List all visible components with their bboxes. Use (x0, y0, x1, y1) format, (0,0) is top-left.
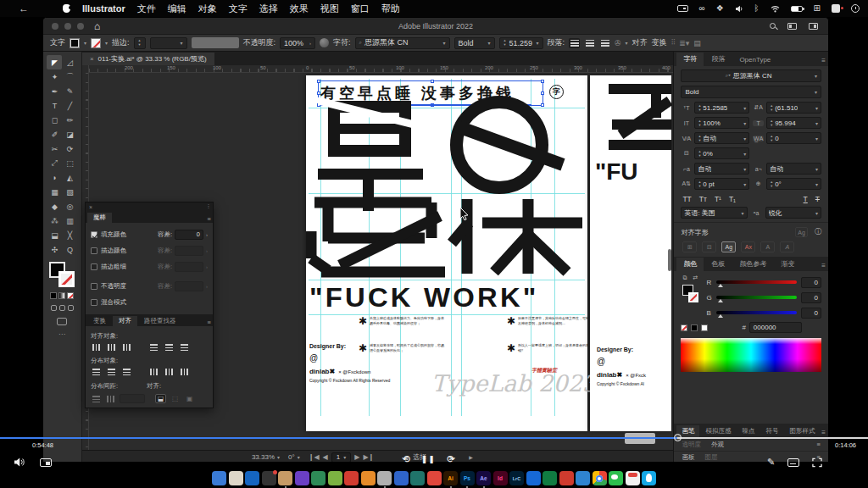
tab-graphic-styles[interactable]: 图形样式 (784, 425, 820, 438)
display-mode-button[interactable] (40, 458, 52, 467)
font-size-field[interactable]: ▲▼51.2585▾ (694, 102, 749, 114)
gradient-mode-button[interactable] (58, 292, 65, 299)
red-value-field[interactable]: 0 (801, 277, 821, 288)
panel-menu-icon[interactable]: ≡ (821, 262, 826, 271)
chevron-right-icon[interactable]: › (206, 232, 208, 237)
pen-tool[interactable]: ✒ (47, 84, 62, 98)
stroke-swatch[interactable] (58, 271, 75, 287)
distribute-top-button[interactable] (91, 367, 102, 376)
white-swatch[interactable] (701, 324, 708, 331)
dock-lightroom[interactable]: LrC (509, 471, 524, 485)
tab-color-guide[interactable]: 颜色参考 (732, 258, 773, 271)
brush-definition-dropdown[interactable] (192, 37, 239, 48)
draw-inside-button[interactable] (68, 305, 74, 311)
skip-back-button[interactable]: ⟲10 (402, 454, 410, 464)
tab-noise[interactable]: 噪点 (737, 425, 760, 438)
insert-space-left-field[interactable]: 自动▾ (694, 163, 749, 175)
screen-record-icon[interactable] (677, 5, 688, 12)
draw-normal-button[interactable] (51, 305, 57, 311)
glyph-xheight-button[interactable]: Ax (741, 241, 755, 252)
glyph-cap-button[interactable]: A (760, 241, 775, 252)
align-right-button[interactable] (121, 342, 132, 352)
font-style-field[interactable]: Bold▾ (681, 86, 821, 98)
dock-photoshop[interactable]: Ps (460, 471, 475, 485)
opacity-field[interactable]: 100%› (280, 37, 315, 49)
dock-browser-blue[interactable] (576, 471, 590, 485)
leading-field[interactable]: ▲▼(61.510▾ (766, 102, 821, 114)
dock-xiaohongshu[interactable] (626, 471, 640, 485)
distribute-v-center-button[interactable] (106, 367, 117, 376)
glyph-baseline-button[interactable]: Ag (721, 241, 736, 252)
fullscreen-button[interactable] (812, 458, 822, 468)
arrange-documents-icon[interactable] (787, 23, 797, 30)
line-tool[interactable]: ╱ (62, 98, 77, 113)
battery-icon[interactable] (791, 6, 803, 12)
kerning-field[interactable]: ▲▼自动▾ (694, 132, 749, 144)
curvature-tool[interactable]: ✎ (62, 84, 77, 98)
tab-symbols[interactable]: 符号 (760, 425, 783, 438)
last-artboard-button[interactable]: ▶❙ (363, 453, 374, 461)
tab-character[interactable]: 字符 (676, 53, 704, 66)
dock-outlook[interactable] (526, 471, 541, 485)
fill-tolerance-field[interactable]: 0 (175, 230, 203, 240)
tab-align[interactable]: 对齐 (113, 316, 137, 326)
slice-tool[interactable]: ╳ (62, 228, 77, 242)
menu-object[interactable]: 对象 (198, 3, 217, 15)
volume-button[interactable] (14, 458, 25, 467)
insert-space-right-field[interactable]: 自动▾ (766, 163, 821, 175)
prev-artboard-button[interactable]: ◀ (323, 453, 328, 461)
gradient-tool[interactable]: ▧ (62, 185, 77, 199)
status-expand-icon[interactable]: ▶ (469, 454, 473, 460)
red-slider[interactable] (716, 280, 797, 284)
input-source-icon[interactable] (832, 4, 840, 13)
superscript-button[interactable]: T¹ (715, 195, 721, 203)
apple-menu-icon[interactable] (63, 4, 70, 13)
draw-behind-button[interactable] (59, 305, 65, 311)
tab-color[interactable]: 颜色 (676, 258, 704, 271)
font-family-dropdown[interactable]: ⌕思源黑体 CN▾ (355, 37, 450, 49)
distribute-h-center-button[interactable] (164, 367, 175, 376)
underline-button[interactable]: T (804, 195, 808, 203)
stroke-proxy[interactable] (688, 292, 698, 302)
search-icon[interactable] (770, 23, 776, 29)
width-tool[interactable]: ⬚ (62, 156, 77, 170)
annotate-pencil-button[interactable]: ✎ (767, 457, 775, 468)
dock-chrome[interactable] (593, 471, 607, 485)
align-right-button[interactable] (599, 38, 610, 48)
pause-button[interactable]: ❚❚ (421, 455, 436, 463)
distribute-bottom-button[interactable] (121, 367, 132, 376)
notes-card-button[interactable] (787, 458, 799, 467)
workspace-switcher-icon[interactable] (809, 23, 818, 30)
dock-excel[interactable] (542, 471, 557, 485)
dock-wechat[interactable] (609, 471, 623, 485)
align-link[interactable]: 对齐 (632, 37, 648, 48)
menu-edit[interactable]: 编辑 (168, 3, 186, 15)
scale-tool[interactable]: ⤢ (47, 156, 62, 170)
skip-forward-button[interactable]: ⟳30 (447, 454, 455, 464)
next-artboard-button[interactable]: ▶ (354, 453, 359, 461)
menu-select[interactable]: 选择 (259, 3, 278, 15)
menu-app-name[interactable]: Illustrator (82, 3, 125, 14)
blue-slider[interactable] (716, 311, 797, 314)
dock-red-app[interactable] (559, 471, 574, 485)
subscript-button[interactable]: T₁ (729, 195, 736, 203)
clock-icon[interactable] (851, 4, 860, 13)
tab-transparency[interactable]: 透明度 (682, 441, 701, 449)
char-rotation-field[interactable]: ▲▼0°▾ (766, 178, 821, 190)
paintbrush-tool[interactable]: ✏ (62, 113, 77, 127)
distribute-left-button[interactable] (148, 367, 159, 376)
tab-gradient[interactable]: 渐变 (774, 258, 801, 271)
rotate-tool[interactable]: ⟳ (62, 141, 77, 156)
none-swatch[interactable] (681, 324, 687, 331)
canvas-scrollbar-thumb[interactable] (668, 249, 671, 271)
horizontal-ruler[interactable]: 200 150 100 50 0 50 100 150 200 250 300 … (89, 65, 673, 73)
graph-tool[interactable]: ▥ (62, 214, 77, 228)
stroke-color-checkbox[interactable] (91, 247, 97, 254)
poster-glyph-tuixiu[interactable] (306, 194, 587, 279)
glyph-icf-button[interactable]: ⊟ (702, 241, 716, 252)
antialias-dropdown[interactable]: 锐化▾ (765, 207, 821, 219)
strikethrough-button[interactable]: T (815, 195, 820, 203)
scissors-tool[interactable]: ✂ (47, 141, 62, 156)
tracking-field[interactable]: ▲▼0▾ (766, 132, 821, 144)
align-left-button[interactable] (569, 38, 580, 48)
